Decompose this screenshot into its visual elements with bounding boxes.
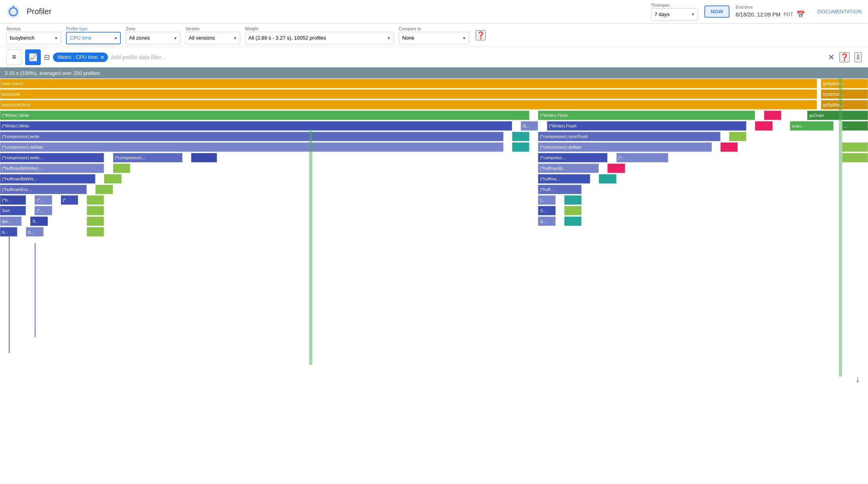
weight-dropdown: Weight All (2.89 s - 3.27 s), 10052 prof… bbox=[245, 26, 394, 44]
table-row: busyworkOnce gcBgMar... bbox=[0, 100, 868, 110]
list-item[interactable]: (*huffmanEnc... bbox=[0, 185, 87, 194]
list-item[interactable] bbox=[87, 206, 104, 215]
service-select[interactable]: busybench bbox=[6, 32, 61, 44]
compare-help-button[interactable]: ❓ bbox=[476, 30, 486, 40]
list-item[interactable]: systemst... bbox=[821, 89, 868, 99]
list-item[interactable]: (*huff... bbox=[538, 185, 582, 194]
list-item[interactable]: (*Writer).Write bbox=[0, 111, 529, 120]
col-bar-1 bbox=[9, 235, 10, 353]
table-row: (*b... (*... (*. (... bbox=[0, 195, 868, 205]
clear-filters-button[interactable]: ✕ bbox=[828, 53, 835, 62]
weight-select[interactable]: All (2.89 s - 3.27 s), 10052 profiles bbox=[245, 32, 394, 44]
filter-button[interactable]: ⊟ bbox=[44, 53, 50, 62]
documentation-link[interactable]: DOCUMENTATION bbox=[817, 9, 862, 15]
list-item[interactable]: qui... bbox=[0, 217, 22, 226]
list-icon: ≡ bbox=[12, 53, 16, 61]
version-select[interactable]: All versions bbox=[185, 32, 240, 44]
list-view-button[interactable]: ≡ bbox=[6, 49, 22, 65]
list-item[interactable]: S... bbox=[30, 217, 47, 226]
table-row: busywork systemst... bbox=[0, 89, 868, 99]
list-item[interactable]: (*compress... bbox=[538, 153, 607, 162]
calendar-button[interactable]: 📅 bbox=[796, 10, 805, 19]
list-item[interactable] bbox=[512, 142, 529, 152]
list-item[interactable]: (*huffma... bbox=[538, 174, 590, 184]
zone-select[interactable]: All zones bbox=[126, 32, 181, 44]
list-item[interactable]: (*Writer).Flush bbox=[547, 121, 747, 131]
download-button[interactable]: ⬇ bbox=[854, 52, 862, 62]
list-item[interactable]: gcBgMar... bbox=[821, 100, 868, 109]
compare-select[interactable]: None bbox=[399, 32, 469, 44]
list-item[interactable]: (*compressor).deflate bbox=[0, 142, 503, 152]
list-item[interactable] bbox=[87, 217, 104, 226]
scroll-down-icon[interactable]: ↓ bbox=[855, 373, 860, 384]
mid-green-bar bbox=[309, 129, 312, 365]
list-item[interactable]: (*... bbox=[616, 153, 669, 162]
list-item[interactable]: (*compressor)... bbox=[113, 153, 182, 162]
list-item[interactable]: q... bbox=[538, 217, 555, 226]
list-item[interactable] bbox=[720, 142, 738, 152]
timespan-select[interactable]: 7 days bbox=[651, 8, 698, 21]
list-item[interactable]: (*compressor).write... bbox=[0, 153, 104, 162]
list-item[interactable] bbox=[113, 164, 130, 173]
list-item[interactable]: (*compressor).syncFlush bbox=[538, 132, 720, 141]
profile-type-select[interactable]: CPU time bbox=[66, 32, 121, 44]
list-item[interactable]: (*b... bbox=[0, 195, 26, 205]
list-item[interactable]: q... bbox=[26, 227, 43, 237]
list-item[interactable]: main.func1 bbox=[0, 79, 817, 88]
list-item[interactable]: (*. bbox=[61, 195, 78, 205]
list-item[interactable] bbox=[842, 153, 868, 162]
list-item[interactable]: S... bbox=[538, 206, 555, 215]
list-item[interactable]: (*Writer).Write bbox=[0, 121, 512, 131]
toolbar-right: ✕ ❓ ⬇ bbox=[828, 52, 862, 62]
table-row: (*huffmanBitWriter).... (*huffmanBi... bbox=[0, 163, 868, 173]
list-item[interactable]: N... bbox=[521, 121, 538, 131]
list-item[interactable]: (*... bbox=[35, 206, 52, 215]
list-item[interactable]: (... bbox=[538, 195, 555, 205]
list-item[interactable]: busyworkOnce bbox=[0, 100, 817, 109]
chart-icon: 📈 bbox=[29, 53, 37, 62]
chart-view-button[interactable]: 📈 bbox=[25, 49, 41, 65]
list-item[interactable] bbox=[729, 132, 746, 141]
list-item[interactable] bbox=[564, 206, 582, 215]
end-time-value: 6/18/20, 12:09 PM bbox=[736, 11, 780, 18]
list-item[interactable] bbox=[599, 174, 616, 184]
service-dropdown: Service busybench bbox=[6, 26, 61, 44]
compare-dropdown: Compare to None bbox=[399, 26, 469, 44]
filter-placeholder[interactable]: Add profile data filter... bbox=[111, 54, 467, 60]
timezone-label: PDT bbox=[784, 12, 793, 17]
list-item[interactable]: (*compressor).deflate bbox=[538, 142, 711, 152]
list-item[interactable]: (*compressor).write bbox=[0, 132, 503, 141]
list-item[interactable]: ... bbox=[842, 121, 868, 131]
list-item[interactable]: Sort bbox=[0, 206, 26, 215]
list-item[interactable] bbox=[564, 217, 582, 226]
table-row: Sort (*... S... bbox=[0, 206, 868, 216]
list-item[interactable]: (*Writer).Flush bbox=[538, 111, 755, 120]
list-item[interactable]: gcBgMark... bbox=[821, 79, 868, 88]
list-item[interactable] bbox=[512, 132, 529, 141]
table-row: (*huffmanBitWrit... (*huffma... bbox=[0, 174, 868, 184]
list-item[interactable] bbox=[755, 121, 772, 131]
filter-chip-close[interactable]: ✕ bbox=[100, 54, 105, 60]
list-item[interactable]: (*huffmanBitWrit... bbox=[0, 174, 95, 184]
service-label: Service bbox=[6, 26, 61, 31]
list-item[interactable]: scan... bbox=[790, 121, 833, 131]
list-item[interactable] bbox=[87, 227, 104, 237]
table-row: (*compressor).write... (*compressor)... … bbox=[0, 153, 868, 163]
list-item[interactable] bbox=[564, 195, 582, 205]
list-item[interactable] bbox=[104, 174, 121, 184]
list-item[interactable]: (*huffmanBi... bbox=[538, 164, 599, 173]
list-item[interactable] bbox=[95, 185, 113, 194]
list-item[interactable] bbox=[191, 153, 217, 162]
list-item[interactable]: (*huffmanBitWriter).... bbox=[0, 164, 104, 173]
list-item[interactable] bbox=[87, 195, 104, 205]
weight-label: Weight bbox=[245, 26, 394, 31]
table-row: (*compressor).write (*compressor).syncFl… bbox=[0, 131, 868, 142]
list-item[interactable]: busywork bbox=[0, 89, 817, 99]
list-item[interactable] bbox=[607, 164, 625, 173]
list-item[interactable] bbox=[842, 142, 868, 152]
toolbar-help-button[interactable]: ❓ bbox=[839, 52, 850, 62]
now-button[interactable]: NOW bbox=[704, 5, 729, 18]
list-item[interactable]: gcDrain bbox=[807, 111, 868, 120]
list-item[interactable] bbox=[764, 111, 781, 120]
list-item[interactable]: (*... bbox=[35, 195, 52, 205]
